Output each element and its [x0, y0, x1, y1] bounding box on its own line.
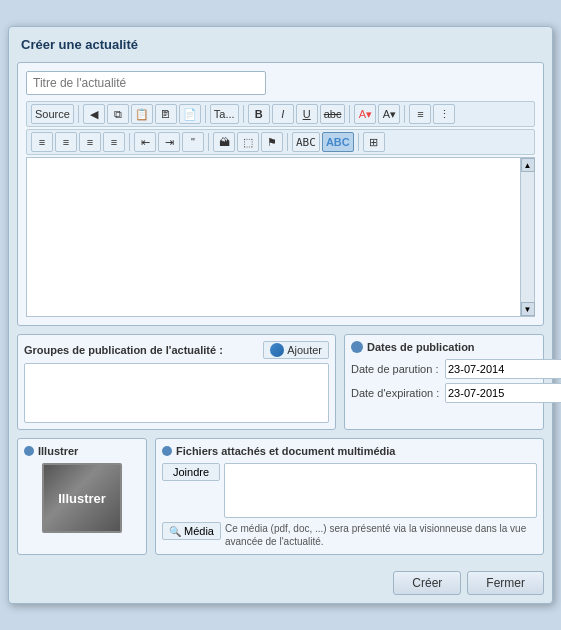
groups-label: Groupes de publication de l'actualité :	[24, 344, 223, 356]
font-color-icon: A▾	[359, 108, 372, 121]
create-news-dialog: Créer une actualité Source ◀ ⧉ 📋 🖹 📄 Ta.…	[8, 26, 553, 604]
parution-label: Date de parution :	[351, 363, 441, 375]
dates-header: Dates de publication	[351, 341, 537, 353]
align-left-btn[interactable]: ≡	[31, 132, 53, 152]
illustrate-header: Illustrer	[24, 445, 140, 457]
align-justify-btn[interactable]: ≡	[103, 132, 125, 152]
dialog-footer: Créer Fermer	[17, 565, 544, 595]
list-ordered-btn[interactable]: ≡	[409, 104, 431, 124]
expiration-row: Date d'expiration : 📅	[351, 383, 537, 403]
highlight-btn[interactable]: ABC	[322, 132, 354, 152]
separator-1	[78, 105, 79, 123]
editor-content-area[interactable]: ▲ ▼	[26, 157, 535, 317]
illustrate-thumb-label: Illustrer	[58, 491, 106, 506]
files-header-icon	[162, 446, 172, 456]
files-header-label: Fichiers attachés et document multimédia	[176, 445, 395, 457]
flag-btn[interactable]: ⚑	[261, 132, 283, 152]
scroll-down-btn[interactable]: ▼	[521, 302, 535, 316]
parution-row: Date de parution : 📅	[351, 359, 537, 379]
scroll-up-btn[interactable]: ▲	[521, 158, 535, 172]
files-list	[224, 463, 537, 518]
add-group-label: Ajouter	[287, 344, 322, 356]
strikethrough-button[interactable]: abc	[320, 104, 346, 124]
add-group-button[interactable]: Ajouter	[263, 341, 329, 359]
align-right-btn[interactable]: ≡	[79, 132, 101, 152]
illustrate-header-icon	[24, 446, 34, 456]
italic-button[interactable]: I	[272, 104, 294, 124]
underline-button[interactable]: U	[296, 104, 318, 124]
outdent-btn[interactable]: ⇤	[134, 132, 156, 152]
expiration-input[interactable]	[445, 383, 561, 403]
files-area: Joindre	[162, 463, 537, 518]
media-label: Média	[184, 525, 214, 537]
media-icon: 🔍	[169, 526, 181, 537]
media-row: 🔍 Média Ce média (pdf, doc, ...) sera pr…	[162, 522, 537, 548]
illustrate-panel: Illustrer Illustrer	[17, 438, 147, 555]
groups-panel: Groupes de publication de l'actualité : …	[17, 334, 336, 430]
close-button[interactable]: Fermer	[467, 571, 544, 595]
middle-section: Groupes de publication de l'actualité : …	[17, 334, 544, 430]
separator-6	[129, 133, 130, 151]
files-panel: Fichiers attachés et document multimédia…	[155, 438, 544, 555]
maximize-btn[interactable]: ⊞	[363, 132, 385, 152]
editor-scrollbar[interactable]: ▲ ▼	[520, 158, 534, 316]
groups-list	[24, 363, 329, 423]
join-button[interactable]: Joindre	[162, 463, 220, 481]
paste-button[interactable]: 📋	[131, 104, 153, 124]
separator-2	[205, 105, 206, 123]
dates-panel: Dates de publication Date de parution : …	[344, 334, 544, 430]
files-controls: Joindre	[162, 463, 220, 518]
paste-plain-button[interactable]: 🖹	[155, 104, 177, 124]
undo-button[interactable]: ◀	[83, 104, 105, 124]
add-group-icon	[270, 343, 284, 357]
spellcheck-btn[interactable]: ABC	[292, 132, 320, 152]
list-unordered-btn[interactable]: ⋮	[433, 104, 455, 124]
media-note: Ce média (pdf, doc, ...) sera présenté v…	[225, 522, 537, 548]
copy-button[interactable]: ⧉	[107, 104, 129, 124]
expiration-label: Date d'expiration :	[351, 387, 441, 399]
bold-button[interactable]: B	[248, 104, 270, 124]
dates-title: Dates de publication	[367, 341, 475, 353]
font-bg-icon: A▾	[383, 108, 396, 121]
illustrate-header-label: Illustrer	[38, 445, 78, 457]
blockquote-btn[interactable]: "	[182, 132, 204, 152]
indent-btn[interactable]: ⇥	[158, 132, 180, 152]
news-title-input[interactable]	[26, 71, 266, 95]
files-header: Fichiers attachés et document multimédia	[162, 445, 537, 457]
image-btn[interactable]: 🏔	[213, 132, 235, 152]
editor-panel: Source ◀ ⧉ 📋 🖹 📄 Ta... B I U abc A▾ A▾ ≡…	[17, 62, 544, 326]
font-bg-btn[interactable]: A▾	[378, 104, 400, 124]
media-button[interactable]: 🔍 Média	[162, 522, 221, 540]
illustrate-files-row: Illustrer Illustrer Fichiers attachés et…	[17, 438, 544, 555]
paste-word-button[interactable]: 📄	[179, 104, 201, 124]
source-button[interactable]: Source	[31, 104, 74, 124]
separator-3	[243, 105, 244, 123]
separator-7	[208, 133, 209, 151]
illustrate-thumbnail[interactable]: Illustrer	[42, 463, 122, 533]
table-btn[interactable]: ⬚	[237, 132, 259, 152]
dates-icon	[351, 341, 363, 353]
toolbar-row-1: Source ◀ ⧉ 📋 🖹 📄 Ta... B I U abc A▾ A▾ ≡…	[26, 101, 535, 127]
groups-header: Groupes de publication de l'actualité : …	[24, 341, 329, 359]
separator-5	[404, 105, 405, 123]
parution-input[interactable]	[445, 359, 561, 379]
separator-9	[358, 133, 359, 151]
dialog-title: Créer une actualité	[17, 35, 544, 54]
toolbar-row-2: ≡ ≡ ≡ ≡ ⇤ ⇥ " 🏔 ⬚ ⚑ ABC ABC ⊞	[26, 129, 535, 155]
separator-4	[349, 105, 350, 123]
font-color-btn[interactable]: A▾	[354, 104, 376, 124]
separator-8	[287, 133, 288, 151]
paste-text-button[interactable]: Ta...	[210, 104, 239, 124]
align-center-btn[interactable]: ≡	[55, 132, 77, 152]
create-button[interactable]: Créer	[393, 571, 461, 595]
